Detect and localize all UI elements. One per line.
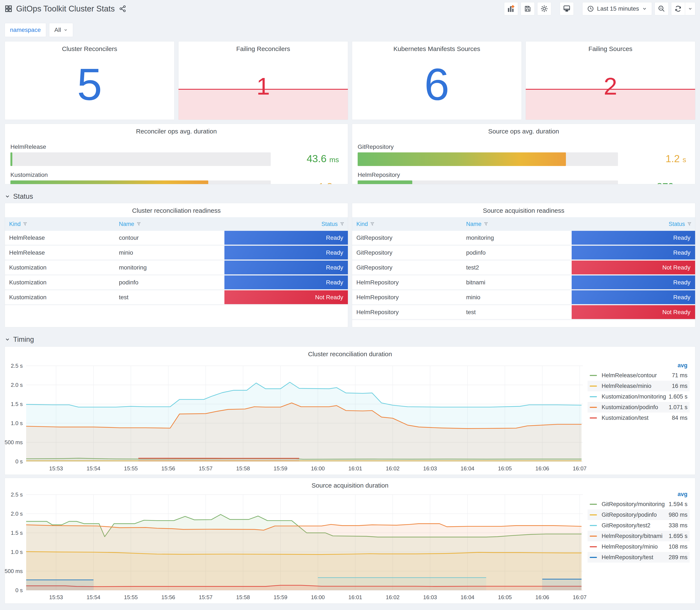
svg-text:500 ms: 500 ms <box>5 439 23 446</box>
series-color-dash <box>590 375 597 376</box>
legend-item[interactable]: GitRepository/test2338 ms <box>588 520 689 531</box>
series-color-dash <box>590 535 597 537</box>
legend-item[interactable]: Kustomization/podinfo1.071 s <box>588 402 689 413</box>
chevron-down-icon <box>642 6 647 11</box>
svg-text:15:57: 15:57 <box>199 594 212 600</box>
svg-text:1.0 s: 1.0 s <box>11 549 23 555</box>
cell-kind: Kustomization <box>5 290 115 304</box>
filter-icon[interactable] <box>23 222 28 226</box>
series-name[interactable]: HelmRepository/bitnami <box>602 533 669 540</box>
section-timing[interactable]: Timing <box>5 334 695 345</box>
time-range-picker[interactable]: Last 15 minutes <box>582 2 652 15</box>
filter-icon[interactable] <box>484 222 488 226</box>
series-name[interactable]: Kustomization/podinfo <box>602 404 669 411</box>
legend-item[interactable]: Kustomization/test84 ms <box>588 413 689 423</box>
gauge-panel-title: Source ops avg. duration <box>352 124 695 135</box>
column-header-status[interactable]: Status <box>224 221 348 227</box>
status-badge: Ready <box>224 231 348 245</box>
cell-kind: GitRepository <box>352 261 462 274</box>
stat-panels-row: Cluster Reconcilers5Failing Reconcilers1… <box>5 41 695 120</box>
series-name[interactable]: HelmRepository/minio <box>602 544 669 550</box>
column-header-name[interactable]: Name <box>115 221 224 227</box>
column-header-status[interactable]: Status <box>572 221 695 227</box>
stat-panel-3: Failing Sources2 <box>525 41 695 120</box>
gauge-row-HelmRepository: HelmRepository879 ms <box>352 172 695 184</box>
cell-name: minio <box>115 246 224 259</box>
series-avg-value: 71 ms <box>672 372 687 379</box>
series-avg-value: 1.594 s <box>669 501 687 508</box>
status-badge: Ready <box>572 275 695 289</box>
legend-item[interactable]: GitRepository/monitoring1.594 s <box>588 499 689 510</box>
gauge-label: GitRepository <box>358 143 618 150</box>
status-badge: Ready <box>224 246 348 259</box>
kiosk-mode-button[interactable] <box>560 2 574 15</box>
status-badge: Not Ready <box>572 261 695 274</box>
svg-text:15:54: 15:54 <box>86 594 100 600</box>
table-title: Cluster reconciliation readiness <box>5 203 348 214</box>
filter-icon[interactable] <box>687 222 692 226</box>
gauge-bar <box>358 180 412 184</box>
dashboard-grid-icon <box>5 5 12 13</box>
legend-item[interactable]: HelmRelease/contour71 ms <box>588 370 689 381</box>
variable-namespace-label[interactable]: namespace <box>5 23 46 37</box>
table-row: GitRepositorymonitoringReady <box>352 231 695 246</box>
svg-text:2.0 s: 2.0 s <box>11 382 23 388</box>
cell-kind: HelmRelease <box>5 231 115 245</box>
column-header-kind[interactable]: Kind <box>352 221 462 227</box>
table-title: Source acquisition readiness <box>352 203 695 214</box>
series-name[interactable]: HelmRelease/minio <box>602 383 672 389</box>
add-panel-button[interactable] <box>504 2 518 15</box>
legend-item[interactable]: GitRepository/podinfo980 ms <box>588 510 689 520</box>
refresh-button[interactable] <box>671 2 685 15</box>
cell-name: bitnami <box>462 275 571 289</box>
status-badge: Ready <box>224 261 348 274</box>
gauge-label: HelmRelease <box>11 143 271 150</box>
svg-text:1.5 s: 1.5 s <box>11 530 23 536</box>
series-name[interactable]: GitRepository/podinfo <box>602 512 669 518</box>
save-dashboard-button[interactable] <box>521 2 535 15</box>
filter-icon[interactable] <box>370 222 375 226</box>
series-avg-value: 1.695 s <box>669 533 687 540</box>
filter-icon[interactable] <box>136 222 141 226</box>
svg-text:16:03: 16:03 <box>423 465 437 472</box>
legend-item[interactable]: Kustomization/monitoring1.605 s <box>588 391 689 402</box>
cell-name: monitoring <box>115 261 224 274</box>
series-avg-value: 980 ms <box>669 512 687 518</box>
share-icon[interactable] <box>119 5 126 12</box>
stat-panel-2: Kubernetes Manifests Sources6 <box>352 41 522 120</box>
series-color-dash <box>590 546 597 547</box>
series-name[interactable]: Kustomization/test <box>602 415 672 421</box>
series-name[interactable]: GitRepository/test2 <box>602 522 669 529</box>
cell-name: test <box>462 305 571 319</box>
series-color-dash <box>590 504 597 505</box>
legend-avg-header[interactable]: avg <box>588 361 689 370</box>
gauge-bar <box>11 152 12 166</box>
series-name[interactable]: GitRepository/monitoring <box>602 501 669 508</box>
refresh-interval-dropdown[interactable] <box>685 2 695 15</box>
gauge-value: 1.3 s <box>318 180 342 184</box>
variable-namespace-value-dropdown[interactable]: All <box>49 23 73 37</box>
legend-item[interactable]: HelmRepository/test289 ms <box>588 552 689 563</box>
zoom-out-button[interactable] <box>654 2 669 15</box>
series-name[interactable]: HelmRepository/test <box>602 554 669 561</box>
column-header-name[interactable]: Name <box>462 221 571 227</box>
cell-kind: GitRepository <box>352 231 462 245</box>
svg-text:16:06: 16:06 <box>535 465 549 472</box>
dashboard-settings-button[interactable] <box>537 2 551 15</box>
legend-avg-header[interactable]: avg <box>588 489 689 499</box>
filter-icon[interactable] <box>340 222 344 226</box>
cell-name: test <box>115 290 224 304</box>
series-name[interactable]: HelmRelease/contour <box>602 372 672 379</box>
svg-text:1.5 s: 1.5 s <box>11 401 23 407</box>
legend-item[interactable]: HelmRelease/minio16 ms <box>588 381 689 391</box>
gauge-value: 43.6 ms <box>307 152 342 166</box>
gauge-value: 1.2 s <box>666 152 689 166</box>
column-header-kind[interactable]: Kind <box>5 221 115 227</box>
gauge-bar <box>11 180 208 184</box>
series-name[interactable]: Kustomization/monitoring <box>602 394 669 400</box>
legend-item[interactable]: HelmRepository/minio108 ms <box>588 541 689 552</box>
table-row: GitRepositorypodinfoReady <box>352 246 695 261</box>
section-status[interactable]: Status <box>5 191 695 202</box>
gauge-panels-row: Reconciler ops avg. durationHelmRelease4… <box>5 124 695 184</box>
legend-item[interactable]: HelmRepository/bitnami1.695 s <box>588 531 689 541</box>
